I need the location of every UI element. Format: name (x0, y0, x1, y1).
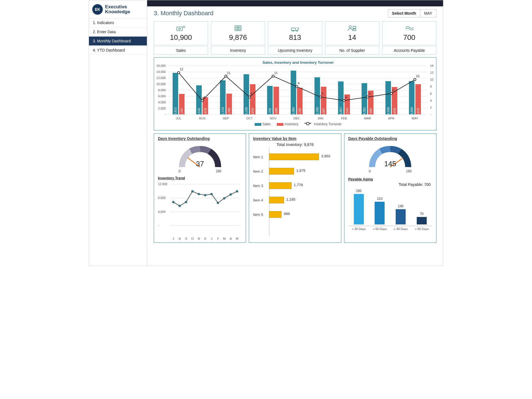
kpi-icon (176, 25, 186, 33)
bottom-row: Days Inventory Outstanding 37 0 (154, 133, 436, 243)
svg-point-39 (217, 202, 219, 204)
hbar-track: 988 (269, 211, 337, 218)
dpo-range: 0 180 (367, 169, 414, 173)
topbar-strip (147, 0, 443, 6)
dio-value: 37 (196, 160, 204, 168)
kpi-value: 700 (403, 33, 415, 42)
hbar-track: 3,950 (269, 153, 337, 161)
aging-col: 210 (369, 189, 390, 224)
svg-rect-2 (235, 26, 241, 31)
nav-list: 1. Indicators2. Enter Data3. Monthly Das… (89, 18, 147, 55)
hbar-track: 1,975 (269, 167, 337, 175)
aging-col: 140 (390, 189, 411, 224)
aging-bar (375, 202, 385, 225)
kpi-icon (290, 25, 300, 33)
kpi-label: Inventory (211, 46, 265, 55)
hbar-axis-line (269, 147, 269, 236)
bar-sales: 10,900 (409, 81, 415, 114)
panel-inv-by-item: Inventory Value by Item Total Inventory:… (249, 133, 341, 243)
kpi-value: 813 (289, 33, 301, 42)
combo-chart-title: Sales, Inventory and Inventory Turnover (167, 60, 429, 65)
hbar-label: Item 3 (253, 184, 269, 188)
aging-value: 210 (377, 197, 382, 201)
combo-chart: Sales, Inventory and Inventory Turnover … (154, 57, 436, 131)
bar-inventory: 9,876 (250, 84, 255, 114)
svg-rect-7 (353, 26, 356, 29)
kpi-top: 10,900 (154, 21, 208, 45)
svg-point-40 (223, 197, 225, 199)
bar-sales: 10,938 (385, 81, 391, 114)
kpi-top: 700 (382, 21, 436, 45)
svg-point-38 (211, 193, 213, 195)
kpi-icon (347, 25, 357, 33)
kpi-top: 813 (268, 21, 322, 45)
svg-point-34 (185, 201, 187, 203)
bar-inventory: 8,976 (392, 87, 397, 114)
bar-inventory: 6,543 (344, 94, 350, 114)
header: 3. Monthly Dashboard Select Month MAY (147, 6, 443, 19)
hbar-label: Item 4 (253, 198, 269, 202)
hbar-list: Item 1 3,950 Item 2 1,975 Item 3 1,778 I… (253, 150, 337, 222)
bar-inventory: 8,765 (297, 88, 303, 114)
bar-inventory: 9,876 (415, 84, 421, 114)
bar-inventory: 6,789 (226, 94, 232, 114)
month-picker[interactable]: Select Month MAY (388, 9, 436, 17)
dio-title: Days Inventory Outstanding (158, 136, 242, 141)
legend-inventory: Inventory (277, 122, 298, 126)
nav-item[interactable]: 4. YTD Dashboard (89, 46, 147, 55)
nav-item[interactable]: 2. Enter Data (89, 27, 147, 37)
panel-dpo-aging: Days Payable Outstanding 145 0 (344, 133, 436, 243)
hbar-row: Item 1 3,950 (253, 150, 337, 164)
aging-bar (396, 209, 406, 224)
bar-inventory: 5,678 (203, 97, 208, 114)
kpi-label: Accounts Payable (382, 46, 436, 55)
svg-point-1 (179, 28, 180, 30)
aging-plot: 280 210 140 70 < 30 Days< 60 Days< 90 Da… (348, 189, 432, 231)
dio-range: 0 180 (177, 169, 224, 173)
aging-title: Payable Aging (348, 177, 432, 181)
logo-line2: Knowledge (105, 9, 130, 14)
kpi-row: 10,900 Sales 9,876 Inventory 813 Upcomin… (154, 21, 436, 55)
kpi-card: 813 Upcoming Inventory (268, 21, 322, 55)
combo-legend: Sales Inventory Inventory Turnover (167, 122, 429, 126)
hbar-label: Item 2 (253, 169, 269, 173)
bar-inventory: 6,767 (179, 94, 185, 114)
nav-item[interactable]: 1. Indicators (89, 18, 147, 27)
svg-point-35 (191, 190, 193, 192)
svg-rect-8 (353, 29, 356, 31)
bar-sales: 13,180 (244, 74, 249, 114)
bar-sales: 14,389 (291, 71, 296, 114)
aging-bar (417, 217, 427, 225)
logo-text: Executive Knowledge (105, 4, 130, 14)
combo-x-axis: JULAUGSEPOCTNOVDECJANFEBMARAPRMAY (167, 117, 429, 120)
bar-inventory: 7,865 (368, 91, 374, 115)
bar-sales: 9,546 (196, 85, 202, 114)
bar-sales: 11,149 (220, 80, 226, 114)
inv-by-item-title: Inventory Value by Item (253, 136, 337, 141)
combo-plot: 16,00014,00012,00010,0008,0006,0004,0002… (167, 66, 429, 114)
nav-item[interactable]: 3. Monthly Dashboard (89, 37, 147, 46)
dpo-gauge: 145 (367, 144, 414, 170)
hbar-fill (269, 168, 294, 175)
svg-rect-0 (177, 27, 182, 31)
kpi-card: 9,876 Inventory (211, 21, 265, 55)
kpi-icon (233, 25, 243, 33)
kpi-value: 9,876 (229, 33, 247, 42)
svg-point-37 (204, 194, 206, 196)
hbar-row: Item 4 1,185 (253, 193, 337, 207)
kpi-card: 10,900 Sales (154, 21, 208, 55)
hbar-value: 1,778 (294, 183, 303, 187)
dpo-value: 145 (384, 160, 396, 168)
hbar-value: 988 (284, 212, 290, 216)
bar-sales: 13,622 (173, 73, 178, 114)
dashboard-page: EK Executive Knowledge 1. Indicators2. E… (89, 0, 443, 266)
bar-sales: 10,857 (338, 81, 344, 114)
month-picker-value[interactable]: MAY (420, 9, 436, 17)
bar-sales: 9,335 (267, 86, 273, 114)
logo-line1: Executive (105, 4, 130, 9)
month-picker-label: Select Month (388, 9, 420, 17)
inv-trend-title: Inventory Trend (158, 176, 242, 180)
bar-inventory: 9,087 (321, 87, 326, 114)
inv-trend-plot: 12,0008,0004,000-JASONDJFMAM (158, 182, 242, 240)
kpi-card: 700 Accounts Payable (382, 21, 436, 55)
